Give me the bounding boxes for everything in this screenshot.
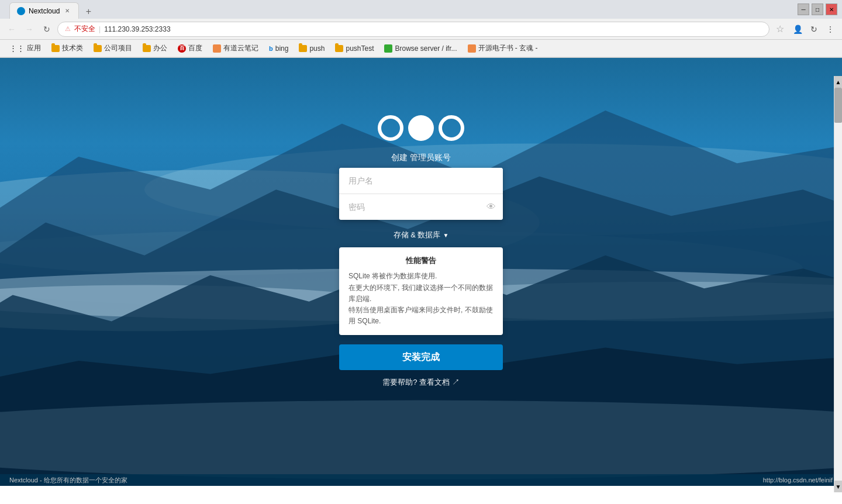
username-wrap [339, 168, 503, 194]
minimize-button[interactable]: ─ [798, 4, 809, 15]
bm-push[interactable]: push [294, 43, 329, 54]
bm-company[interactable]: 公司项目 [89, 42, 137, 55]
folder-icon4 [299, 45, 307, 52]
logo-circle-center [408, 115, 434, 141]
help-link[interactable]: 需要帮助? 查看文档 ↗ [382, 377, 459, 388]
secure-label: 不安全 [74, 24, 95, 34]
form-card: 👁 [339, 168, 503, 220]
footer-right-text: http://blog.csdn.net/feinif [763, 477, 833, 484]
bm-ebook-label: 开源电子书 - 玄魂 - [478, 43, 538, 53]
baidu-icon: 百 [178, 44, 186, 53]
forward-button[interactable]: → [22, 22, 36, 36]
warning-title: 性能警告 [348, 256, 494, 266]
address-bar: ← → ↻ ⚠ 不安全 | 111.230.39.253:2333 ☆ 👤 ↻ … [0, 19, 842, 40]
refresh-icon2[interactable]: ↻ [807, 22, 821, 36]
bm-office-label: 办公 [153, 43, 167, 53]
password-wrap: 👁 [339, 194, 503, 220]
tab-favicon [17, 7, 25, 15]
bm-pushtest-label: pushTest [346, 44, 374, 53]
tab-title: Nextcloud [29, 7, 60, 15]
url-text: 111.230.39.253:2333 [104, 25, 762, 33]
back-button[interactable]: ← [5, 22, 19, 36]
bm-pushtest[interactable]: pushTest [330, 43, 378, 54]
window-controls: ─ □ ✕ [798, 4, 837, 15]
form-fields: 👁 [339, 168, 503, 220]
address-input[interactable]: ⚠ 不安全 | 111.230.39.253:2333 [57, 22, 769, 37]
page-content: 创建 管理员账号 👁 存储 & 数据库 ▼ 性能警告 [0, 58, 842, 486]
bm-browse-label: Browse server / ifr... [395, 44, 457, 53]
bm-company-label: 公司项目 [104, 43, 132, 53]
password-toggle-icon[interactable]: 👁 [486, 202, 496, 212]
logo-circles [378, 115, 464, 141]
browse-icon [384, 44, 392, 53]
bm-bing-label: bing [275, 44, 289, 53]
bm-browse[interactable]: Browse server / ifr... [379, 43, 461, 54]
maximize-button[interactable]: □ [812, 4, 823, 15]
active-tab[interactable]: Nextcloud ✕ [9, 2, 79, 19]
bm-tech-label: 技术类 [62, 43, 83, 53]
password-input[interactable] [339, 194, 503, 220]
title-bar: Nextcloud ✕ + ─ □ ✕ [0, 0, 842, 19]
bm-push-label: push [309, 44, 325, 53]
apps-icon: ⋮⋮ [9, 44, 25, 53]
new-tab-button[interactable]: + [81, 5, 95, 19]
bm-baidu-label: 百度 [188, 43, 202, 53]
scrollbar[interactable]: ▲ ▼ [834, 76, 842, 492]
youdao-icon [213, 44, 221, 53]
warning-line2: 在更大的环境下, 我们建议选择一个不同的数据库启端. [348, 284, 493, 303]
scroll-down-button[interactable]: ▼ [834, 481, 842, 492]
footer-left-text: Nextcloud - 给您所有的数据一个安全的家 [9, 476, 127, 485]
page-footer: Nextcloud - 给您所有的数据一个安全的家 http://blog.cs… [0, 474, 842, 486]
bm-bing[interactable]: b bing [264, 43, 293, 54]
warning-text: SQLite 将被作为数据库使用. 在更大的环境下, 我们建议选择一个不同的数据… [348, 271, 494, 327]
bm-youdao[interactable]: 有道云笔记 [208, 42, 263, 55]
storage-label: 存储 & 数据库 [394, 230, 441, 240]
scroll-up-button[interactable]: ▲ [834, 76, 842, 88]
form-title: 创建 管理员账号 [391, 153, 451, 163]
menu-icon[interactable]: ⋮ [823, 22, 837, 36]
bing-icon: b [269, 45, 273, 52]
warning-line3: 特别当使用桌面客户端来同步文件时, 不鼓励使用 SQLite. [348, 306, 493, 325]
bm-youdao-label: 有道云笔记 [223, 43, 258, 53]
folder-icon5 [335, 45, 343, 52]
storage-toggle[interactable]: 存储 & 数据库 ▼ [394, 230, 449, 240]
login-container: 创建 管理员账号 👁 存储 & 数据库 ▼ 性能警告 [339, 115, 503, 388]
refresh-button[interactable]: ↻ [40, 22, 54, 36]
logo-circle-left [378, 115, 403, 141]
bm-baidu[interactable]: 百 百度 [173, 42, 207, 55]
tab-close-button[interactable]: ✕ [63, 7, 71, 15]
bm-office[interactable]: 办公 [138, 42, 172, 55]
bookmarks-bar: ⋮⋮ 应用 技术类 公司项目 办公 百 百度 有道云笔记 b bing [0, 40, 842, 57]
scroll-track [834, 88, 842, 481]
install-button[interactable]: 安装完成 [339, 344, 503, 370]
browser-chrome: Nextcloud ✕ + ─ □ ✕ ← → ↻ ⚠ 不安全 | 111.23… [0, 0, 842, 58]
warning-box: 性能警告 SQLite 将被作为数据库使用. 在更大的环境下, 我们建议选择一个… [339, 247, 503, 335]
user-icon[interactable]: 👤 [791, 22, 805, 36]
folder-icon3 [143, 45, 151, 52]
toolbar-right: 👤 ↻ ⋮ [791, 22, 837, 36]
bm-apps-label: 应用 [27, 43, 41, 53]
bm-apps[interactable]: ⋮⋮ 应用 [5, 42, 46, 55]
scroll-thumb[interactable] [834, 88, 842, 123]
storage-section: 存储 & 数据库 ▼ [394, 229, 449, 240]
bm-ebook[interactable]: 开源电子书 - 玄魂 - [463, 42, 543, 55]
close-button[interactable]: ✕ [826, 4, 837, 15]
logo [378, 115, 464, 141]
folder-icon2 [94, 45, 102, 52]
bm-tech[interactable]: 技术类 [47, 42, 88, 55]
logo-circle-right [439, 115, 464, 141]
warning-line1: SQLite 将被作为数据库使用. [348, 272, 437, 280]
folder-icon [51, 45, 60, 52]
username-input[interactable] [339, 168, 503, 194]
ebook-icon [468, 44, 476, 53]
dropdown-arrow-icon: ▼ [443, 232, 449, 239]
secure-icon: ⚠ [65, 25, 71, 33]
separator: | [99, 25, 101, 33]
bookmark-star[interactable]: ☆ [773, 22, 787, 36]
